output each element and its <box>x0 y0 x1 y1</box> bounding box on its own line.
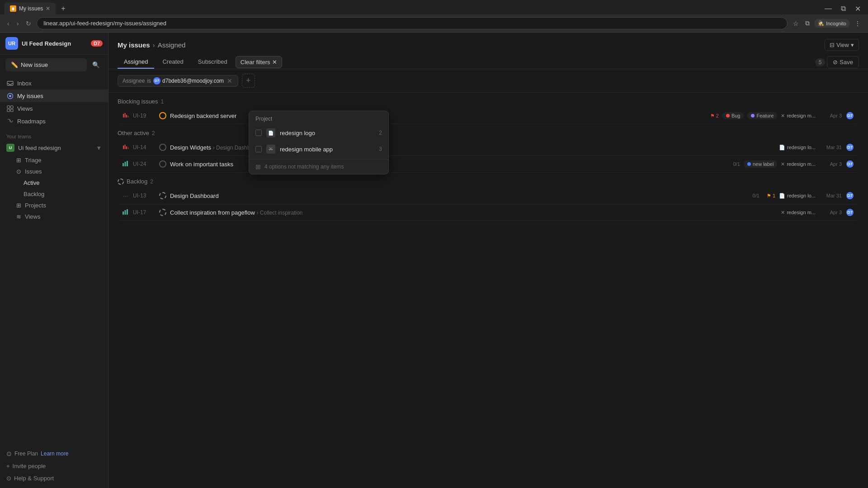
dropdown-item-redesign-mobile[interactable]: ✕ redesign mobile app 3 <box>249 141 388 157</box>
issue-meta: Bug Feature ✕ redesign m... Apr 3 D7 <box>722 111 854 120</box>
add-filter-btn[interactable]: + <box>242 74 255 88</box>
svg-rect-5 <box>7 109 10 112</box>
tab-subscribed[interactable]: Subscribed <box>192 56 234 69</box>
sidebar-item-roadmaps[interactable]: Roadmaps <box>0 115 108 127</box>
project-badge: 📄 redesign lo... <box>779 145 816 150</box>
table-row[interactable]: UI-19 Redesign backend server ⚑ 2 Bug Fe… <box>118 108 859 124</box>
issue-list: Blocking issues 1 UI-19 Redesign backend… <box>108 93 868 488</box>
clear-filters-btn[interactable]: Clear filters ✕ <box>236 56 282 68</box>
team-chevron-icon: ▼ <box>96 145 102 151</box>
feature-dot <box>751 114 755 117</box>
refresh-btn[interactable]: ↻ <box>24 18 33 29</box>
tab-assigned[interactable]: Assigned <box>118 56 154 69</box>
avatar: D7 <box>845 208 854 217</box>
new-issue-button[interactable]: ✏️ New issue <box>5 58 87 71</box>
workspace-initials: UR <box>8 41 15 46</box>
sidebar-item-views[interactable]: Views <box>0 102 108 115</box>
dropdown-no-match: ⊞ 4 options not matching any items <box>249 159 388 174</box>
svg-rect-6 <box>10 109 13 112</box>
team-header[interactable]: U Ui feed redesign ▼ <box>0 141 108 155</box>
sidebar-item-projects[interactable]: ⊞ Projects <box>0 200 108 211</box>
roadmaps-label: Roadmaps <box>17 118 46 125</box>
search-button[interactable]: 🔍 <box>90 59 103 71</box>
team-name: Ui feed redesign <box>18 145 61 151</box>
maximize-btn[interactable]: ⧉ <box>838 4 849 14</box>
incognito-icon: 🕵 <box>818 20 824 26</box>
sidebar-item-backlog[interactable]: Backlog <box>0 188 108 200</box>
team-icon: U <box>6 144 14 152</box>
issue-date: Apr 3 <box>819 113 842 118</box>
app: UR UI Feed Redesign D7 ✏️ New issue 🔍 In… <box>0 33 868 488</box>
sidebar-item-views2[interactable]: ≋ Views <box>0 211 108 222</box>
sidebar-item-my-issues[interactable]: My issues <box>0 89 108 102</box>
label-newlabel: new label <box>744 160 777 168</box>
newlabel-text: new label <box>753 161 774 167</box>
learn-more-link[interactable]: Learn more <box>41 450 68 457</box>
browser-tab-active[interactable]: 📋 My issues ✕ <box>5 3 56 14</box>
filter-remove-btn[interactable]: ✕ <box>226 77 233 84</box>
invite-people-btn[interactable]: + Invite people <box>6 461 102 471</box>
backlog-label: Backlog <box>24 191 44 197</box>
help-support-btn[interactable]: ⊙ Help & Support <box>6 473 102 483</box>
project-name: redesign m... <box>787 113 816 118</box>
sidebar-item-inbox[interactable]: Inbox <box>0 77 108 89</box>
issue-progress: 0/1 <box>733 161 740 167</box>
bar-chart-icon <box>122 160 129 168</box>
svg-rect-11 <box>123 145 124 149</box>
view-button[interactable]: ⊟ View ▾ <box>825 39 859 51</box>
teams-section-label: Your teams <box>0 129 108 141</box>
back-btn[interactable]: ‹ <box>5 18 11 29</box>
invite-icon: + <box>6 463 10 469</box>
minimize-btn[interactable]: — <box>822 4 835 14</box>
tab-favicon: 📋 <box>10 5 16 12</box>
issue-title: Design Dashboard <box>170 192 746 199</box>
new-tab-btn[interactable]: + <box>57 3 69 14</box>
filter-chip-assignee[interactable]: Assignee is D7 d7bdeb36@moodjoy.com ✕ <box>118 75 238 87</box>
triage-label: Triage <box>25 157 41 164</box>
issue-title: Collect inspiration from pageflow › Coll… <box>170 209 777 216</box>
notification-badge[interactable]: D7 <box>91 40 103 47</box>
address-bar[interactable]: linear.app/ui-feed-redesign/my-issues/as… <box>37 17 788 29</box>
projects-icon: ⊞ <box>16 202 21 209</box>
blocking-icon: ⚑ 2 <box>710 113 719 119</box>
search-icon: 🔍 <box>92 61 100 68</box>
issue-id: UI-17 <box>133 209 156 216</box>
table-row[interactable]: UI-24 Work on important tasks 0/1 new la… <box>118 156 859 173</box>
main-content: My issues › Assigned ⊟ View ▾ Assigned C… <box>108 33 868 488</box>
avatar: D7 <box>845 143 854 152</box>
table-row[interactable]: ··· UI-13 Design Dashboard 0/1 ⚑ 1 📄 red… <box>118 188 859 204</box>
close-btn[interactable]: ✕ <box>852 4 863 14</box>
extensions-btn[interactable]: ⧉ <box>803 18 811 29</box>
dropdown-item-redesign-logo[interactable]: 📄 redesign logo 2 <box>249 125 388 141</box>
svg-rect-18 <box>123 211 124 215</box>
table-row[interactable]: UI-17 Collect inspiration from pageflow … <box>118 204 859 221</box>
view-icon: ⊟ <box>830 42 835 48</box>
menu-btn[interactable]: ⋮ <box>853 18 863 29</box>
table-row[interactable]: UI-14 Design Widgets › Design Dashboard … <box>118 139 859 156</box>
save-button[interactable]: ⊘ Save <box>827 56 859 68</box>
svg-rect-17 <box>127 161 128 166</box>
svg-rect-3 <box>7 106 10 108</box>
sidebar-item-triage[interactable]: ⊞ Triage <box>0 155 108 166</box>
roadmaps-icon <box>6 117 14 125</box>
tabs-row: Assigned Created Subscribed Clear filter… <box>108 51 868 69</box>
forward-btn[interactable]: › <box>15 18 21 29</box>
tab-close-btn[interactable]: ✕ <box>46 5 50 12</box>
bookmark-btn[interactable]: ☆ <box>791 18 801 29</box>
views-label: Views <box>17 105 33 112</box>
header-actions: ⊟ View ▾ <box>825 39 859 51</box>
tab-created[interactable]: Created <box>156 56 189 69</box>
window-controls: — ⧉ ✕ <box>822 4 863 14</box>
view-chevron-icon: ▾ <box>851 42 854 48</box>
breadcrumb-sub: Assigned <box>158 41 186 49</box>
sidebar-item-issues[interactable]: ⊙ Issues <box>0 166 108 177</box>
section-backlog-count: 2 <box>150 178 153 185</box>
invite-label: Invite people <box>13 463 46 469</box>
dropdown-checkbox[interactable] <box>255 130 262 136</box>
dropdown-checkbox[interactable] <box>255 146 262 152</box>
issues-count-badge: 5 <box>815 58 826 66</box>
sidebar-item-active[interactable]: Active <box>0 177 108 188</box>
avatar: D7 <box>845 111 854 120</box>
svg-rect-15 <box>123 163 124 166</box>
new-issue-icon: ✏️ <box>11 61 18 68</box>
